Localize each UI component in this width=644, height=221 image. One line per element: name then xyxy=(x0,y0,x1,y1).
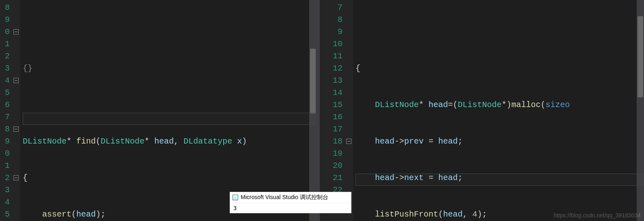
code-line: {} xyxy=(23,62,317,75)
code-line: head->prev = head; xyxy=(355,135,644,148)
debug-console-output: 3 xyxy=(230,203,351,213)
debug-console-titlebar[interactable]: Microsoft Visual Studio 调试控制台 xyxy=(230,192,351,203)
right-line-gutter: 7 8 9 10 11 12 13 14 15 16 17 18 19 20 2… xyxy=(320,0,345,221)
scrollbar-thumb[interactable] xyxy=(638,16,643,97)
fold-icon[interactable] xyxy=(13,29,19,34)
fold-icon[interactable] xyxy=(13,175,19,180)
code-line: DListNode* find(DListNode* head, DLdatat… xyxy=(23,135,317,148)
fold-icon[interactable] xyxy=(346,139,351,144)
code-line xyxy=(23,99,317,111)
left-line-gutter: 8 9 0 1 2 3 4 5 6 7 8 9 0 1 2 3 4 5 xyxy=(0,0,12,221)
right-fold-column xyxy=(345,0,353,221)
left-editor-pane: 8 9 0 1 2 3 4 5 6 7 8 9 0 1 2 3 4 5 xyxy=(0,0,317,221)
console-icon xyxy=(233,195,238,200)
right-code[interactable]: { DListNode* head=(DListNode*)malloc(siz… xyxy=(353,0,644,221)
left-code[interactable]: {} DListNode* find(DListNode* head, DLda… xyxy=(20,0,317,221)
code-line: { xyxy=(355,62,644,75)
right-editor-pane: 7 8 9 10 11 12 13 14 15 16 17 18 19 20 2… xyxy=(320,0,644,221)
debug-console-title: Microsoft Visual Studio 调试控制台 xyxy=(241,194,328,201)
right-code-area[interactable]: 7 8 9 10 11 12 13 14 15 16 17 18 19 20 2… xyxy=(320,0,644,221)
code-line: DListNode* head=(DListNode*)malloc(sizeo xyxy=(355,99,644,111)
fold-icon[interactable] xyxy=(13,78,19,83)
pane-divider[interactable] xyxy=(317,0,320,221)
fold-icon[interactable] xyxy=(13,127,19,132)
left-code-area[interactable]: 8 9 0 1 2 3 4 5 6 7 8 9 0 1 2 3 4 5 xyxy=(0,0,317,221)
left-fold-column xyxy=(12,0,20,221)
debug-console-window[interactable]: Microsoft Visual Studio 调试控制台 3 xyxy=(230,192,351,213)
code-line: head->next = head; xyxy=(355,172,644,184)
current-line-highlight xyxy=(23,113,317,125)
watermark: https://blog.csdn.net/qq_39183034 xyxy=(554,212,641,219)
code-line: { xyxy=(23,172,317,184)
